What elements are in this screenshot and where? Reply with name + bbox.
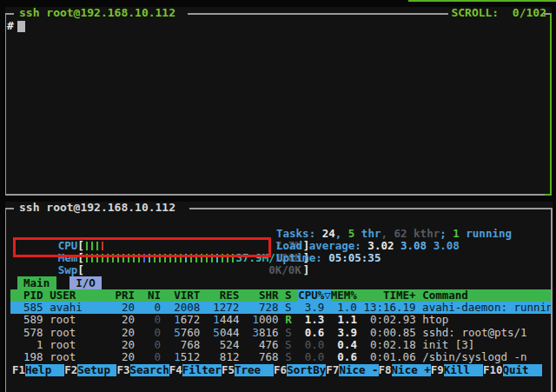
fn-filter[interactable]: Filter [182,364,222,376]
text-run: 672 [181,314,201,326]
pane-border [5,194,552,196]
text-run: 589 root 20 [10,314,155,326]
terminal-cursor [17,21,25,32]
text-run: Tasks: [276,227,322,240]
fn-key-f10[interactable]: F10 [483,364,503,376]
active-pane-border-corner [545,194,552,196]
swap-meter-value: 0K/0K [268,264,301,276]
text-run: 1 [213,314,220,326]
load-5min: 3.08 [400,239,434,252]
text-run: , [335,227,348,240]
scroll-value: 0/102 [513,6,546,19]
fn-kill[interactable]: Kill [444,364,483,376]
text-run: 0 [155,351,162,363]
fn-help[interactable]: Help [25,364,64,376]
text-run: 044 [220,327,240,339]
text-run: 5 [174,327,181,339]
text-run: 0 [155,314,162,326]
text-run: ; [440,227,453,240]
top-pane-ssh[interactable]: ssh root@192.168.10.112 SCROLL: 0/102 # [5,7,552,196]
process-table-header[interactable]: PID USER PRI NI VIRT RES SHR S CPU%▽MEM%… [10,289,551,302]
text-run: 0.6 [292,327,325,339]
text-run: 0:02.93 [357,314,416,326]
text-run: 198 root 20 [10,351,155,363]
text-run [10,276,17,289]
text-run: htop [416,314,449,326]
pane-border [5,13,6,194]
prompt-line: # [7,20,14,32]
fn-quit[interactable]: Quit [503,364,542,376]
fn-nice-minus[interactable]: Nice - [339,364,378,376]
pane-border [5,208,6,392]
fn-key-f6[interactable]: F6 [274,364,287,376]
active-pane-top-border [408,0,556,2]
text-run [161,351,174,363]
fn-key-f4[interactable]: F4 [169,364,182,376]
text-run: 0.0 [292,339,325,351]
text-run: 0:02.18 [357,339,416,351]
process-row[interactable]: 198 root 20 0 1512 812 768 S 0.0 0.6 0:0… [10,351,551,363]
text-run: S [285,351,292,363]
text-run: 0:00.85 [357,327,416,339]
function-key-bar[interactable]: F1Help F2Setup F3SearchF4FilterF5Tree F6… [12,364,553,376]
text-run: 0 [155,339,162,351]
fn-key-f7[interactable]: F7 [326,364,339,376]
process-row[interactable]: 1 root 20 0 768 524 476 S 0.0 0.4 0:02.1… [10,339,551,351]
process-row[interactable]: 589 root 20 0 1672 1444 1000 R 1.3 1.1 0… [10,314,551,326]
uptime-value: 05:05:35 [328,251,381,264]
tasks-count: 24 [322,227,335,240]
bottom-pane-ssh-htop[interactable]: ssh root@192.168.10.112 CPU[7.7%] Mem[37… [5,202,553,392]
text-run: 512 812 768 [181,351,285,363]
text-run: 760 [181,327,201,339]
text-run [56,276,70,289]
uptime: Uptime: 05:05:35 [276,252,381,264]
pane-border [5,208,14,209]
fn-nice-plus[interactable]: Nice + [392,364,431,376]
text-run: sshd: root@pts/1 [416,327,527,339]
text-run: 444 [220,314,240,326]
active-pane-right-border [550,13,552,194]
text-run [161,314,174,326]
text-run: 0.4 [324,339,357,351]
text-run: S [285,327,292,339]
text-run: 1 root 20 [10,339,155,351]
text-run: 3 [253,327,260,339]
running-count: 1 [453,227,460,240]
process-row[interactable]: 578 root 20 0 5760 5044 3816 S 0.6 3.9 0… [10,327,551,339]
fn-key-f1[interactable]: F1 [12,364,25,376]
text-run: , [381,227,394,240]
text-run: 1.3 [292,314,325,326]
kernel-threads-count: 62 kthr [394,227,440,240]
text-run: 578 root 20 [10,327,155,339]
fn-key-f9[interactable]: F9 [431,364,444,376]
text-run: running [460,227,512,240]
fn-key-f5[interactable]: F5 [222,364,235,376]
fn-key-f8[interactable]: F8 [379,364,392,376]
swap-meter-label: Swp [51,263,77,276]
text-run: 0.6 [324,351,357,363]
fn-search[interactable]: Search [130,364,169,376]
load-1min: 3.02 [367,239,400,252]
fn-key-f2[interactable]: F2 [64,364,77,376]
fn-sortby[interactable]: SortBy [287,364,326,376]
tab-main[interactable]: Main [17,276,56,289]
scroll-indicator: SCROLL: 0/102 [451,7,546,19]
text-run: 768 524 476 [161,339,285,351]
text-run: S [285,339,292,351]
tab-io[interactable]: I/O [70,276,103,289]
top-pane-titlebar: ssh root@192.168.10.112 [19,7,175,19]
text-run: 1 [253,314,260,326]
fn-tree[interactable]: Tree [235,364,274,376]
top-pane-title: ssh root@192.168.10.112 [19,6,175,19]
text-run [200,327,213,339]
sort-column-cpu[interactable]: CPU%▽ [298,289,331,302]
text-run: ] [303,263,310,276]
text-run: 585 avahi 20 0 2008 1272 728 S 3.9 1.0 1… [10,302,551,314]
text-run [239,314,252,326]
process-row-selected[interactable]: 585 avahi 20 0 2008 1272 728 S 3.9 1.0 1… [10,302,551,314]
fn-key-f3[interactable]: F3 [116,364,129,376]
fn-setup[interactable]: Setup [77,364,116,376]
swap-meter-open: Swp[ [51,263,84,276]
text-run: 1 [174,351,181,363]
swap-meter-body: 0K/0K [84,265,303,276]
